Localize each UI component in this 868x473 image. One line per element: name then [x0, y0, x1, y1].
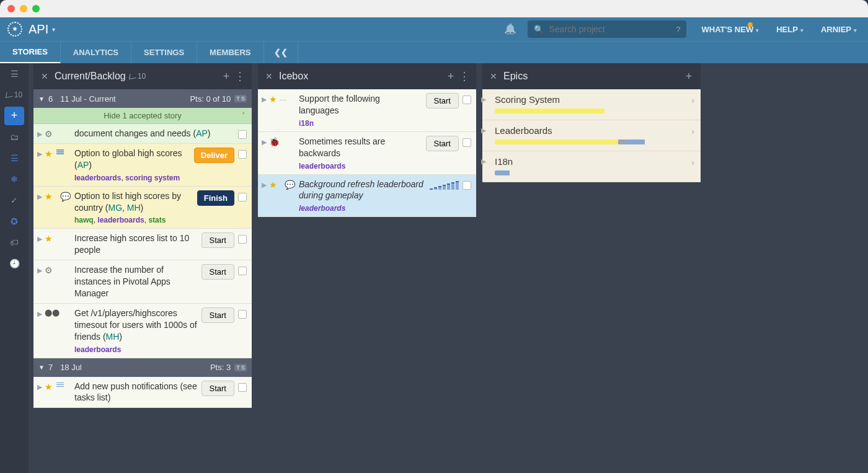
expand-icon[interactable]: ▶ [262, 181, 267, 189]
story-row[interactable]: ▶ ⚙ document changes and needs (AP) [33, 124, 252, 144]
rail-mywork-icon[interactable]: 🗂 [0, 126, 29, 148]
deliver-button[interactable]: Deliver [194, 148, 234, 163]
iteration-type-badge[interactable]: T S [234, 364, 247, 371]
story-row[interactable]: ▶ ★ — Support the following languages i1… [258, 89, 476, 132]
expand-icon[interactable]: ▶ [37, 150, 42, 158]
chevron-right-icon[interactable]: › [691, 157, 694, 167]
search-input[interactable] [549, 24, 676, 34]
iteration-type-badge[interactable]: T S [234, 95, 247, 102]
epic-row[interactable]: ▶ Leaderboards › [482, 120, 701, 151]
story-labels[interactable]: leaderboards, scoring system [74, 174, 190, 182]
help-link[interactable]: HELP▾ [776, 25, 804, 34]
start-button[interactable]: Start [202, 381, 234, 396]
maximize-window-icon[interactable] [32, 5, 40, 12]
select-checkbox[interactable] [463, 181, 471, 190]
tab-analytics[interactable]: ANALYTICS [61, 42, 131, 64]
close-panel-icon[interactable]: ✕ [38, 71, 51, 81]
expand-icon[interactable]: ▶ [481, 126, 486, 135]
notifications-icon[interactable] [504, 23, 516, 35]
rail-labels-icon[interactable]: 🏷 [0, 232, 29, 253]
expand-icon[interactable]: ▶ [37, 130, 42, 138]
panel-velocity[interactable]: 10 [130, 72, 146, 81]
story-labels[interactable]: i18n [299, 119, 422, 128]
select-checkbox[interactable] [238, 235, 247, 244]
minimize-window-icon[interactable] [20, 5, 27, 12]
select-checkbox[interactable] [238, 130, 247, 139]
close-panel-icon[interactable]: ✕ [487, 71, 500, 81]
expand-icon[interactable]: ▶ [262, 95, 267, 104]
panel-menu-icon[interactable]: ⋮ [458, 69, 471, 83]
comment-icon[interactable]: 💬 [60, 192, 71, 201]
close-window-icon[interactable] [7, 5, 15, 12]
start-button[interactable]: Start [202, 307, 234, 323]
select-checkbox[interactable] [238, 150, 247, 159]
story-row[interactable]: ▶ ★ Option to global high scores (AP) le… [33, 144, 252, 187]
collapse-tabs[interactable]: ❮❮ [264, 42, 298, 64]
search-box[interactable]: 🔍 ? [528, 20, 686, 38]
story-row[interactable]: ▶ ★ 💬 Option to list high scores by coun… [33, 187, 252, 229]
close-panel-icon[interactable]: ✕ [263, 71, 275, 81]
expand-icon[interactable]: ▶ [37, 383, 42, 391]
rail-add-button[interactable]: + [0, 105, 29, 126]
estimate-picker[interactable] [430, 181, 459, 190]
tab-stories[interactable]: STORIES [0, 42, 61, 64]
rail-list-icon[interactable]: ☰ [0, 148, 29, 169]
start-button[interactable]: Start [202, 264, 234, 280]
select-checkbox[interactable] [463, 138, 471, 147]
expand-icon[interactable]: ▶ [481, 157, 486, 166]
iteration-header[interactable]: ▼ 7 18 Jul Pts: 3 T S [33, 358, 252, 377]
select-checkbox[interactable] [238, 267, 247, 275]
select-checkbox[interactable] [238, 193, 247, 201]
story-row[interactable]: ▶ ⚙ Increase the number of instances in … [33, 260, 252, 304]
story-row[interactable]: ▶ ⬤⬤ Get /v1/players/highscores timesout… [33, 304, 252, 358]
story-labels[interactable]: leaderboards [299, 204, 426, 213]
comment-icon[interactable]: 💬 [285, 180, 295, 190]
rail-done-icon[interactable]: ✓ [0, 190, 29, 211]
story-row[interactable]: ▶ ★ Add new push notifications (see task… [33, 377, 252, 409]
expand-icon[interactable]: ▶ [37, 235, 42, 243]
expand-icon[interactable]: ▶ [481, 95, 486, 104]
select-checkbox[interactable] [463, 95, 471, 104]
chevron-right-icon[interactable]: › [691, 95, 694, 105]
story-row[interactable]: ▶ 🐞 Sometimes results are backwards lead… [258, 132, 476, 175]
start-button[interactable]: Start [426, 93, 459, 108]
rail-menu-icon[interactable]: ☰ [0, 63, 29, 84]
iteration-header[interactable]: ▼ 6 11 Jul - Current Pts: 0 of 10 T S [33, 89, 252, 108]
add-epic-icon[interactable]: + [682, 70, 696, 83]
project-title[interactable]: API [29, 22, 48, 37]
iteration-collapse-icon[interactable]: ▼ [38, 95, 45, 102]
add-story-icon[interactable]: + [219, 70, 233, 83]
iteration-collapse-icon[interactable]: ▼ [38, 364, 45, 371]
chevron-right-icon[interactable]: › [691, 126, 694, 136]
rail-velocity[interactable]: 10 [0, 84, 29, 105]
story-row[interactable]: ▶ ★ 💬 Background refresh leaderboard dur… [258, 175, 476, 218]
epic-row[interactable]: ▶ I18n › [482, 151, 701, 182]
app-logo-icon[interactable] [7, 22, 22, 37]
story-labels[interactable]: leaderboards [74, 345, 198, 354]
expand-icon[interactable]: ▶ [262, 138, 267, 146]
finish-button[interactable]: Finish [197, 190, 234, 206]
rail-epics-icon[interactable]: ✪ [0, 211, 29, 232]
tab-members[interactable]: MEMBERS [197, 42, 264, 64]
accepted-banner[interactable]: Hide 1 accepted story ˄ [33, 108, 252, 124]
rail-history-icon[interactable]: 🕘 [0, 253, 29, 274]
add-story-icon[interactable]: + [444, 70, 458, 83]
expand-icon[interactable]: ▶ [37, 310, 42, 318]
panel-menu-icon[interactable]: ⋮ [233, 69, 247, 83]
select-checkbox[interactable] [238, 310, 247, 319]
tab-settings[interactable]: SETTINGS [131, 42, 197, 64]
expand-icon[interactable]: ▶ [37, 193, 42, 201]
story-labels[interactable]: hawq, leaderboards, stats [74, 216, 193, 224]
story-row[interactable]: ▶ ★ Increase high scores list to 10 peop… [33, 229, 252, 260]
start-button[interactable]: Start [202, 232, 234, 248]
whats-new-link[interactable]: WHAT'S NEW▾ [701, 25, 759, 34]
epic-row[interactable]: ▶ Scoring System › [482, 89, 701, 120]
select-checkbox[interactable] [238, 383, 247, 392]
expand-icon[interactable]: ▶ [37, 267, 42, 275]
user-menu[interactable]: ARNIEP▾ [821, 25, 857, 34]
start-button[interactable]: Start [426, 136, 459, 151]
search-help-icon[interactable]: ? [676, 25, 680, 34]
project-dropdown-icon[interactable]: ▾ [52, 26, 55, 33]
rail-icebox-icon[interactable]: ❄ [0, 169, 29, 190]
story-labels[interactable]: leaderboards [299, 162, 422, 170]
